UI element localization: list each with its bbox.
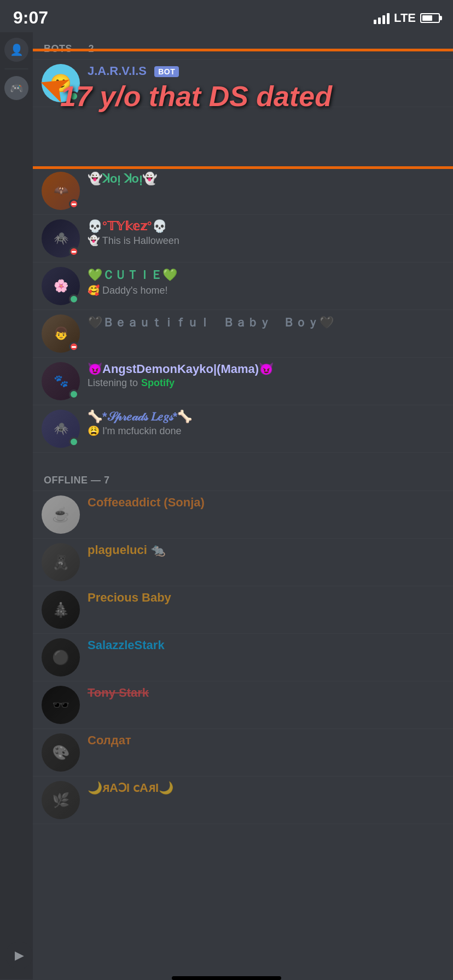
- member-status-angst: Listening to Spotify: [88, 377, 444, 389]
- status-bar: 9:07 LTE: [0, 0, 453, 32]
- avatar-precious: 🎄: [42, 591, 80, 629]
- status-dot-jarvis: [69, 91, 79, 101]
- battery-fill: [422, 15, 432, 21]
- avatar-wrap-tony: 🕶️: [42, 686, 80, 724]
- avatar-wrap-precious: 🎄: [42, 591, 80, 629]
- signal-bar-4: [387, 13, 390, 24]
- member-soldat[interactable]: 🎨 Солдат: [33, 729, 453, 777]
- avatar-wrap-tykez: 🕷️: [42, 219, 80, 258]
- member-name-tykez: 💀°𝕋𝕐𝕜𝕖𝕫°💀: [88, 219, 444, 234]
- member-info-spreads: 🦴*𝒮𝓅𝓇𝑒𝒶𝒹𝓈 𝐿𝑒𝑔𝓈*🦴 😩 I'm mcfuckin done: [88, 410, 444, 437]
- avatar-wrap-salazzle: 🔵: [42, 638, 80, 676]
- member-name-tony: Tony Stark: [88, 686, 444, 700]
- member-info-tony: Tony Stark: [88, 686, 444, 701]
- member-status-tykez: 👻 This is Halloween: [88, 235, 444, 247]
- avatar-wrap-raq: 🌿: [42, 781, 80, 819]
- member-info-loki: 👻ꓘoᴉ ꓘoᴉ👻: [88, 172, 444, 187]
- avatar-raq: 🌿: [42, 781, 80, 819]
- avatar-wrap-angst: 🐾: [42, 362, 80, 400]
- member-precious[interactable]: 🎄 Precious Baby: [33, 586, 453, 634]
- member-name-plagueluci: plagueluci 🐀: [88, 543, 444, 557]
- bottom-padding: [33, 824, 453, 841]
- member-status-cutie: 🥰 Daddy's home!: [88, 284, 444, 296]
- status-dot-spreads: [69, 437, 79, 447]
- avatar-wrap-loki: 🦇: [42, 172, 80, 210]
- signal-bar-1: [374, 20, 376, 24]
- member-name-beautiful: 🖤Ｂｅａｕｔｉｆｕｌ Ｂａｂｙ Ｂｏｙ🖤: [88, 314, 444, 331]
- member-info-salazzle: SalazzleStark: [88, 638, 444, 654]
- member-info-coffeeaddict: Coffeeaddict (Sonja): [88, 495, 444, 511]
- member-info-cutie: 💚ＣＵＴＩＥ💚 🥰 Daddy's home!: [88, 267, 444, 296]
- status-dot-cutie: [69, 294, 79, 304]
- member-info-raq: 🌙ᴙAƆI ᴄAᴙI🌙: [88, 781, 444, 796]
- avatar-wrap-jarvis: 🙂: [42, 64, 80, 102]
- member-name-loki: 👻ꓘoᴉ ꓘoᴉ👻: [88, 172, 444, 186]
- member-name-cutie: 💚ＣＵＴＩＥ💚: [88, 267, 444, 283]
- sidebar-dm-icon[interactable]: 👤: [4, 38, 28, 62]
- member-name-jarvis: J.A.R.V.I.S BOT: [88, 64, 444, 78]
- member-beautiful[interactable]: 👦 🖤Ｂｅａｕｔｉｆｕｌ Ｂａｂｙ Ｂｏｙ🖤: [33, 310, 453, 358]
- signal-bar-3: [382, 15, 385, 24]
- signal-strength: [374, 12, 390, 24]
- member-salazzle[interactable]: 🔵 SalazzleStark: [33, 634, 453, 681]
- sidebar-divider: [4, 68, 28, 69]
- member-info-angst: 😈AngstDemonKayko|(Mama)😈 Listening to Sp…: [88, 362, 444, 389]
- dnd-dot-loki: [69, 199, 79, 209]
- members-panel[interactable]: BOTS — 2 🙂 J.A.R.V.I.S BOT 17 y/o that D…: [33, 32, 453, 979]
- app-container: 👤 🎮 BOTS — 2 🙂 J.A.R.V.I.S BOT: [0, 32, 453, 979]
- member-info-soldat: Солдат: [88, 733, 444, 749]
- member-loki[interactable]: 🦇 👻ꓘoᴉ ꓘoᴉ👻: [33, 167, 453, 215]
- spacer: [33, 453, 453, 464]
- network-type: LTE: [394, 11, 416, 25]
- member-info-plagueluci: plagueluci 🐀: [88, 543, 444, 558]
- sidebar-server-icon[interactable]: 🎮: [4, 76, 28, 100]
- member-info-precious: Precious Baby: [88, 591, 444, 606]
- member-raq[interactable]: 🌿 🌙ᴙAƆI ᴄAᴙI🌙: [33, 777, 453, 824]
- status-dot-angst: [69, 389, 79, 399]
- nav-back-button[interactable]: ▶: [5, 942, 33, 969]
- battery-icon: [420, 13, 440, 23]
- dnd-dot-tykez: [69, 247, 79, 256]
- avatar-soldat: 🎨: [42, 733, 80, 772]
- member-jarvis[interactable]: 🙂 J.A.R.V.I.S BOT: [33, 60, 453, 107]
- time-display: 9:07: [13, 8, 48, 28]
- member-name-coffeeaddict: Coffeeaddict (Sonja): [88, 495, 444, 510]
- member-info-jarvis: J.A.R.V.I.S BOT: [88, 64, 444, 79]
- member-tykez[interactable]: 🕷️ 💀°𝕋𝕐𝕜𝕖𝕫°💀 👻 This is Halloween: [33, 215, 453, 262]
- member-name-soldat: Солдат: [88, 733, 444, 748]
- member-spreads[interactable]: 🕷️ 🦴*𝒮𝓅𝓇𝑒𝒶𝒹𝓈 𝐿𝑒𝑔𝓈*🦴 😩 I'm mcfuckin done: [33, 405, 453, 453]
- member-angst[interactable]: 🐾 😈AngstDemonKayko|(Mama)😈 Listening to …: [33, 358, 453, 405]
- avatar-wrap-beautiful: 👦: [42, 314, 80, 353]
- member-name-precious: Precious Baby: [88, 591, 444, 605]
- member-info-tykez: 💀°𝕋𝕐𝕜𝕖𝕫°💀 👻 This is Halloween: [88, 219, 444, 247]
- home-indicator: [172, 976, 281, 980]
- member-tony[interactable]: 🕶️ Tony Stark: [33, 681, 453, 729]
- member-coffeeaddict[interactable]: ☕ Coffeeaddict (Sonja): [33, 491, 453, 539]
- avatar-wrap-plagueluci: 🧸: [42, 543, 80, 581]
- avatar-wrap-coffeeaddict: ☕: [42, 495, 80, 534]
- member-cutie[interactable]: 🌸 💚ＣＵＴＩＥ💚 🥰 Daddy's home!: [33, 262, 453, 310]
- spotify-label: Spotify: [141, 377, 175, 389]
- member-name-raq: 🌙ᴙAƆI ᴄAᴙI🌙: [88, 781, 444, 795]
- status-icons: LTE: [374, 11, 440, 25]
- avatar-plagueluci: 🧸: [42, 543, 80, 581]
- avatar-salazzle: 🔵: [42, 638, 80, 676]
- avatar-tony: 🕶️: [42, 686, 80, 724]
- dnd-dot-beautiful: [69, 342, 79, 352]
- bot-badge: BOT: [154, 66, 179, 77]
- annotation-text-container: 17 y/o that DS dated ➤: [33, 107, 453, 167]
- avatar-coffeeaddict: ☕: [42, 495, 80, 534]
- signal-bar-2: [378, 18, 381, 24]
- member-status-spreads: 😩 I'm mcfuckin done: [88, 425, 444, 437]
- section-offline: OFFLINE — 7: [33, 464, 453, 491]
- avatar-wrap-soldat: 🎨: [42, 733, 80, 772]
- sidebar-strip: 👤 🎮: [0, 32, 33, 979]
- avatar-wrap-cutie: 🌸: [42, 267, 80, 305]
- member-name-salazzle: SalazzleStark: [88, 638, 444, 652]
- avatar-wrap-spreads: 🕷️: [42, 410, 80, 448]
- member-plagueluci[interactable]: 🧸 plagueluci 🐀: [33, 539, 453, 586]
- member-info-beautiful: 🖤Ｂｅａｕｔｉｆｕｌ Ｂａｂｙ Ｂｏｙ🖤: [88, 314, 444, 332]
- section-bots: BOTS — 2: [33, 32, 453, 59]
- member-name-spreads: 🦴*𝒮𝓅𝓇𝑒𝒶𝒹𝓈 𝐿𝑒𝑔𝓈*🦴: [88, 410, 444, 424]
- member-name-angst: 😈AngstDemonKayko|(Mama)😈: [88, 362, 444, 376]
